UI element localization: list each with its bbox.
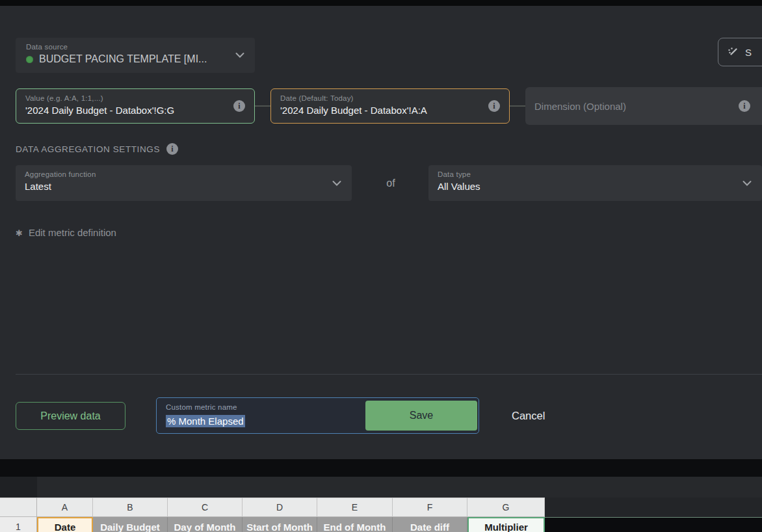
value-field-value: '2024 Daily Budget - Databox'!G:G [25, 105, 245, 116]
magic-wand-icon [726, 46, 739, 59]
suggest-button-label: S [745, 47, 752, 58]
custom-metric-name-value[interactable]: % Month Elapsed [166, 416, 245, 427]
custom-metric-name-label: Custom metric name [166, 403, 237, 411]
column-header-a[interactable]: A [37, 498, 93, 517]
sheet-top-strip [37, 477, 762, 498]
data-source-label: Data source [26, 43, 244, 51]
save-button[interactable]: Save [365, 401, 477, 431]
aggregation-function-select[interactable]: Aggregation function Latest [16, 165, 352, 201]
chevron-down-icon [742, 180, 752, 186]
date-field-label: Date (Default: Today) [280, 94, 500, 102]
date-field-value: '2024 Daily Budget - Databox'!A:A [280, 105, 500, 116]
sheet-row-1: 1 Date Daily Budget Day of Month Start o… [0, 517, 762, 532]
column-header-d[interactable]: D [243, 498, 317, 517]
data-type-value: All Values [438, 181, 753, 192]
connection-status-dot [26, 56, 33, 63]
edit-metric-definition-label: Edit metric definition [29, 227, 116, 238]
suggest-button[interactable]: S [718, 38, 762, 66]
cancel-button[interactable]: Cancel [506, 397, 550, 434]
of-label: of [380, 165, 402, 201]
header-row-filler [545, 498, 762, 517]
column-header-b[interactable]: B [93, 498, 168, 517]
data-type-select[interactable]: Data type All Values [428, 165, 762, 201]
date-field[interactable]: Date (Default: Today) '2024 Daily Budget… [270, 88, 510, 124]
data-source-value: BUDGET PACING TEMPLATE [MI... [39, 53, 207, 65]
row-1-filler [545, 517, 762, 532]
cell-c1[interactable]: Day of Month [168, 517, 243, 532]
cell-a1[interactable]: Date [37, 517, 93, 532]
sheet-corner-strip [0, 477, 37, 498]
sheet-corner-cell[interactable] [0, 498, 37, 517]
gear-icon [16, 227, 23, 238]
aggregation-section-title: DATA AGGREGATION SETTINGS [16, 143, 178, 155]
cell-g1[interactable]: Multiplier [467, 517, 545, 532]
selected-text: % Month Elapsed [166, 415, 245, 427]
cell-f1[interactable]: Date diff [393, 517, 467, 532]
data-type-label: Data type [438, 170, 753, 178]
aggregation-function-value: Latest [25, 181, 343, 192]
footer-divider [16, 374, 762, 375]
field-connector-line [510, 105, 525, 107]
cell-b1[interactable]: Daily Budget [93, 517, 168, 532]
dimension-placeholder: Dimension (Optional) [534, 101, 626, 112]
column-header-f[interactable]: F [393, 498, 467, 517]
spreadsheet-preview: A B C D E F G 1 Date Daily Budget Day of… [0, 459, 762, 532]
chevron-down-icon [332, 180, 341, 186]
cell-e1[interactable]: End of Month [317, 517, 393, 532]
column-header-e[interactable]: E [317, 498, 393, 517]
cell-d1[interactable]: Start of Month [243, 517, 317, 532]
column-header-c[interactable]: C [168, 498, 243, 517]
dimension-field[interactable]: Dimension (Optional) [525, 87, 762, 125]
row-number-cell[interactable]: 1 [0, 517, 37, 532]
aggregation-section-text: DATA AGGREGATION SETTINGS [16, 144, 160, 154]
column-header-row: A B C D E F G [0, 498, 762, 517]
custom-metric-modal: Data source BUDGET PACING TEMPLATE [MI..… [0, 6, 762, 459]
info-icon[interactable] [233, 100, 245, 112]
value-field[interactable]: Value (e.g. A:A, 1:1,...) '2024 Daily Bu… [16, 88, 255, 124]
value-field-label: Value (e.g. A:A, 1:1,...) [25, 94, 245, 102]
info-icon[interactable] [488, 100, 500, 112]
custom-metric-name-field[interactable]: Custom metric name % Month Elapsed Save [156, 397, 479, 434]
info-icon[interactable] [739, 100, 750, 112]
field-connector-line [255, 105, 270, 107]
column-header-g[interactable]: G [467, 498, 545, 517]
chevron-down-icon [235, 53, 244, 59]
edit-metric-definition-link[interactable]: Edit metric definition [16, 227, 116, 238]
screen: Data source BUDGET PACING TEMPLATE [MI..… [0, 0, 762, 532]
info-icon[interactable] [166, 143, 178, 155]
preview-data-button[interactable]: Preview data [16, 402, 125, 430]
data-source-select[interactable]: Data source BUDGET PACING TEMPLATE [MI..… [16, 38, 255, 73]
aggregation-function-label: Aggregation function [25, 170, 343, 178]
